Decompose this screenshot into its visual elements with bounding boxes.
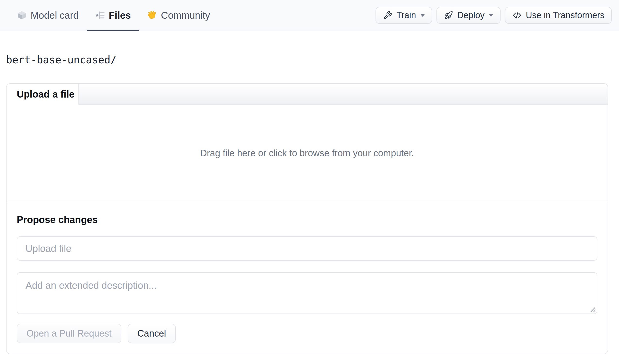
repo-nav-actions: Train Deploy <box>376 0 612 30</box>
dropzone-hint-text: Drag file here or click to browse from y… <box>200 148 414 158</box>
code-icon <box>512 10 522 20</box>
description-field-wrap <box>17 272 597 314</box>
use-in-transformers-label: Use in Transformers <box>526 10 605 20</box>
use-in-transformers-button[interactable]: Use in Transformers <box>505 7 612 24</box>
nav-tab-label: Community <box>161 10 210 21</box>
file-dropzone[interactable]: Drag file here or click to browse from y… <box>7 105 608 202</box>
repo-nav-tabs: Model card Files <box>9 0 218 30</box>
files-icon <box>95 10 105 20</box>
rocket-icon <box>444 10 453 20</box>
propose-changes-heading: Propose changes <box>17 214 597 225</box>
upload-panel: Upload a file Drag file here or click to… <box>6 83 608 354</box>
cancel-button[interactable]: Cancel <box>128 324 176 343</box>
extended-description-textarea[interactable] <box>17 272 597 314</box>
wrench-icon <box>383 10 393 20</box>
main-content: bert-base-uncased/ Upload a file Drag fi… <box>0 54 619 354</box>
deploy-button-label: Deploy <box>457 10 485 20</box>
nav-tab-label: Files <box>109 10 131 21</box>
deploy-button[interactable]: Deploy <box>436 7 501 24</box>
tab-upload-a-file[interactable]: Upload a file <box>7 84 79 105</box>
nav-tab-model-card[interactable]: Model card <box>9 0 87 30</box>
nav-tab-files[interactable]: Files <box>87 0 139 30</box>
train-button-label: Train <box>396 10 416 20</box>
cube-icon <box>17 10 27 20</box>
train-button[interactable]: Train <box>376 7 432 24</box>
upload-file-input[interactable] <box>17 236 597 261</box>
wave-icon <box>147 10 157 20</box>
breadcrumb-repo-root-link[interactable]: bert-base-uncased/ <box>6 54 116 66</box>
repo-nav: Model card Files <box>0 0 619 31</box>
upload-panel-tabbar: Upload a file <box>7 84 608 105</box>
tabbar-filler <box>79 84 608 105</box>
breadcrumb: bert-base-uncased/ <box>6 54 613 66</box>
caret-down-icon <box>421 14 425 17</box>
open-pull-request-button[interactable]: Open a Pull Request <box>17 324 121 343</box>
propose-changes-section: Propose changes Open a Pull Request Canc… <box>7 202 608 343</box>
propose-actions: Open a Pull Request Cancel <box>17 324 597 343</box>
nav-tab-community[interactable]: Community <box>139 0 218 30</box>
nav-tab-label: Model card <box>31 10 79 21</box>
caret-down-icon <box>489 14 493 17</box>
